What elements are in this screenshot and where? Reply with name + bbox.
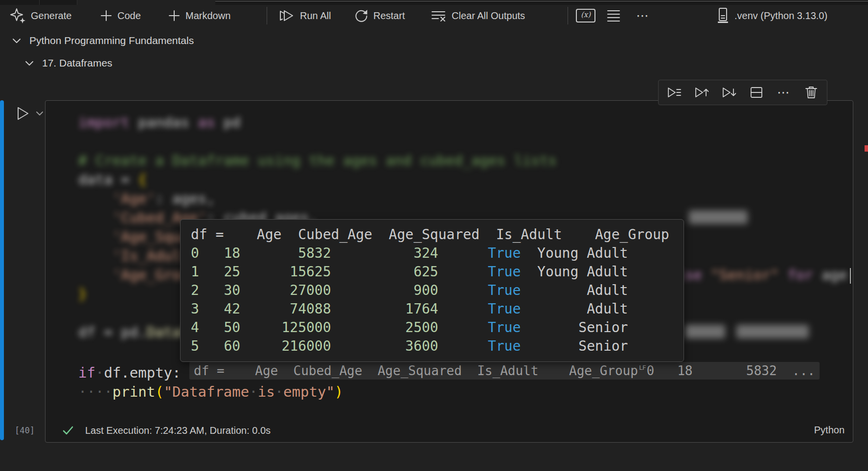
list-icon — [605, 8, 622, 23]
dataframe-tooltip-content: df = Age Cubed_Age Age_Squared Is_Adult … — [191, 225, 684, 356]
restart-button[interactable]: Restart — [353, 5, 405, 26]
toolbar-separator — [267, 7, 267, 24]
section2-title: 17. Dataframes — [42, 57, 113, 69]
ellipsis-icon: ⋯ — [636, 8, 650, 23]
variables-icon: (x) — [575, 8, 596, 23]
dataframe-hover-tooltip: df = Age Cubed_Age Age_Squared Is_Adult … — [180, 219, 684, 362]
code-token — [78, 209, 113, 226]
code-line: data = { — [78, 170, 147, 189]
code-token: : ages, — [155, 190, 215, 207]
tooltip-token: 0 18 5832 324 — [191, 245, 438, 261]
tooltip-token: Young Adult — [521, 245, 628, 261]
toolbar-more-actions-button[interactable]: ⋯ — [636, 5, 650, 26]
add-code-cell-button[interactable]: Code — [99, 5, 141, 26]
clear-all-outputs-button[interactable]: Clear All Outputs — [430, 5, 525, 26]
run-all-label: Run All — [300, 10, 331, 22]
kernel-picker[interactable]: .venv (Python 3.13.0) — [715, 5, 827, 26]
outline-list-button[interactable] — [605, 5, 622, 26]
tooltip-token: 1 25 15625 625 — [191, 264, 438, 280]
code-token — [779, 267, 787, 283]
code-token: · — [249, 383, 257, 400]
kernel-label: .venv (Python 3.13.0) — [734, 10, 827, 22]
code-line: # Create a Dataframe using the ages and … — [78, 151, 557, 170]
code-token: pandas — [130, 114, 198, 131]
inline-value-ghost: df = Age Cubed_Age Age_Squared Is_Adult … — [189, 362, 820, 380]
code-token: ( — [155, 383, 163, 400]
tooltip-token: True — [438, 264, 521, 280]
tooltip-token: True — [438, 319, 521, 336]
section-header-fundamentals[interactable]: Python Programming Fundamentals — [11, 32, 194, 49]
code-token: · — [95, 364, 104, 381]
run-by-line-button[interactable] — [664, 83, 684, 102]
code-token: · — [275, 383, 283, 400]
sparkle-icon — [10, 7, 26, 24]
tooltip-header-line: df = Age Cubed_Age Age_Squared Is_Adult … — [191, 225, 684, 244]
code-token — [78, 247, 113, 264]
add-markdown-label: Markdown — [185, 10, 230, 22]
delete-cell-button[interactable] — [801, 83, 821, 102]
pane-border — [215, 1, 868, 1]
execute-cell-and-below-button[interactable] — [719, 83, 739, 102]
code-line-print: ····print("Dataframe·is·empty") — [78, 382, 343, 402]
text-cursor — [850, 268, 851, 284]
tooltip-token: True — [438, 301, 521, 317]
code-token: 'Age' — [113, 190, 155, 207]
code-line: 'Age': ages, — [78, 189, 215, 208]
tooltip-token: 4 50 125000 2500 — [191, 319, 438, 336]
execution-count: [40] — [15, 426, 35, 435]
generate-button[interactable]: Generate — [10, 5, 71, 26]
split-cell-button[interactable] — [747, 83, 766, 102]
code-token: as — [198, 114, 215, 131]
code-token: { — [138, 171, 146, 188]
code-line: import pandas as pd — [78, 113, 241, 132]
code-token — [78, 228, 113, 245]
cell-language-picker[interactable]: Python — [814, 425, 845, 436]
cell-status-bar: Last Execution: 7:24:23 AM, Duration: 0.… — [45, 419, 853, 442]
linefeed-mark: LF — [638, 364, 647, 371]
kernel-environment-icon — [715, 7, 730, 24]
run-all-icon — [278, 7, 296, 24]
code-token: : — [172, 364, 181, 381]
ghost-text-before: df = Age Cubed_Age Age_Squared Is_Adult … — [194, 363, 638, 378]
ghost-text-after: 0 18 5832 ... — [647, 363, 815, 378]
tooltip-token: Young Adult — [521, 264, 628, 280]
editor-tab[interactable] — [0, 0, 39, 5]
tooltip-token: Senior — [521, 338, 628, 354]
ghost-value-blob — [689, 210, 748, 224]
cell-toolbar: ⋯ — [658, 80, 827, 105]
code-token — [78, 190, 113, 207]
chevron-down-icon[interactable] — [11, 35, 23, 46]
code-token: df.empty — [104, 364, 172, 381]
ghost-value-blob — [736, 325, 809, 338]
tooltip-data-row: 1 25 15625 625 True Young Adult — [191, 263, 684, 281]
tooltip-token: 5 60 216000 3600 — [191, 338, 438, 354]
clear-all-icon — [430, 7, 447, 24]
code-token — [78, 267, 113, 283]
editor-tab-active[interactable] — [77, 0, 215, 5]
clear-all-outputs-label: Clear All Outputs — [452, 10, 525, 22]
run-cell-button[interactable] — [14, 105, 31, 122]
section-header-dataframes[interactable]: 17. Dataframes — [23, 55, 113, 71]
code-token: "Senior" — [710, 267, 779, 283]
tooltip-data-row: 5 60 216000 3600 True Senior — [191, 337, 684, 356]
code-token: import — [78, 114, 130, 131]
execute-above-cells-button[interactable] — [692, 83, 711, 102]
code-token: is — [258, 383, 275, 400]
editor-tab-strip — [0, 0, 868, 5]
tooltip-token: 2 30 27000 900 — [191, 282, 438, 298]
variables-button[interactable]: (x) — [575, 5, 596, 26]
run-options-chevron-icon[interactable] — [34, 108, 45, 119]
run-all-button[interactable]: Run All — [278, 5, 331, 26]
tooltip-data-row: 3 42 74088 1764 True Adult — [191, 300, 684, 318]
code-token: if — [78, 364, 95, 381]
cell-more-actions-button[interactable]: ⋯ — [774, 83, 794, 102]
editor-tab[interactable] — [40, 0, 77, 5]
add-markdown-cell-button[interactable]: Markdown — [167, 5, 230, 26]
code-token: empty" — [283, 383, 335, 400]
chevron-down-icon[interactable] — [23, 57, 35, 69]
code-line: } — [78, 285, 87, 304]
toolbar-separator — [568, 7, 568, 24]
code-token: "Dataframe — [164, 383, 250, 400]
code-token: pd. — [121, 324, 146, 340]
tooltip-token: 3 42 74088 1764 — [191, 301, 438, 317]
